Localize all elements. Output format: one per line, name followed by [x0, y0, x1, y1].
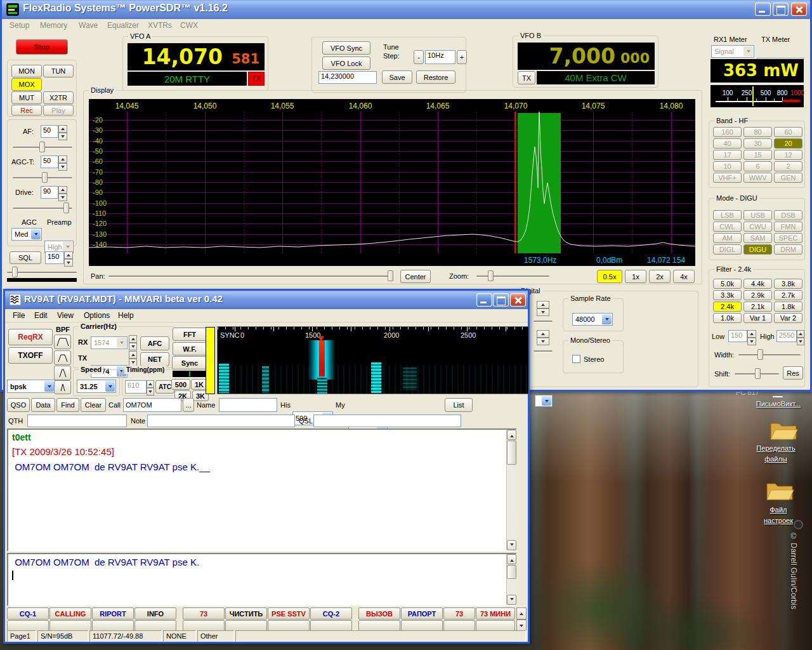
filter-24k-button[interactable]: 2.4k	[713, 302, 742, 312]
x2tr-button[interactable]: X2TR	[43, 91, 74, 104]
qth-input[interactable]	[27, 415, 127, 427]
save-button[interactable]: Save	[382, 70, 412, 84]
call-browse-button[interactable]: ...	[183, 398, 194, 412]
macro-button-call[interactable]: ВЫЗОВ	[358, 607, 400, 620]
filter-50k-button[interactable]: 5.0k	[713, 279, 742, 289]
mmvari-menu-options[interactable]: Options	[84, 311, 110, 320]
find-button[interactable]: Find	[56, 398, 79, 412]
rx1-meter-select[interactable]: Signal	[711, 45, 754, 58]
mode-usb-button[interactable]: USB	[743, 210, 772, 220]
zoom-05x-button[interactable]: 0.5x	[597, 270, 622, 283]
fft-button[interactable]: FFT	[173, 328, 207, 341]
macro-button-calling[interactable]: CALLING	[49, 607, 91, 620]
memory-frequency-field[interactable]: 14,230000	[318, 71, 377, 84]
macro-button-cq2[interactable]: CQ-2	[310, 607, 352, 620]
mode-digl-button[interactable]: DIGL	[713, 244, 742, 255]
vfob-tx-button[interactable]: TX	[518, 71, 535, 84]
restore-button[interactable]: Restore	[416, 70, 455, 84]
menu-wave[interactable]: Wave	[79, 21, 98, 30]
filter-width-slider[interactable]	[738, 354, 801, 356]
vfob-display[interactable]: 7,000 000	[518, 43, 655, 70]
af-spinner[interactable]: 50	[41, 125, 67, 138]
waterfall-display[interactable]: SYNC 0 1500 2000 2500	[217, 326, 529, 394]
close-button[interactable]	[791, 3, 807, 16]
rx-text-area[interactable]: t0ett [TX 2009/3/26 10:52:45] OM7OM OM7O…	[7, 428, 517, 552]
carrier-rx-select[interactable]: 1574	[91, 336, 128, 349]
name-input[interactable]	[219, 398, 277, 412]
mmvari-menu-view[interactable]: View	[57, 311, 74, 320]
timing-value[interactable]: 610	[125, 380, 147, 394]
band-15-button[interactable]: 15	[743, 150, 772, 160]
status-other[interactable]: Other	[197, 630, 234, 642]
mut-button[interactable]: MUT	[11, 91, 42, 104]
digital-spinner-1[interactable]	[537, 301, 549, 315]
tun-button[interactable]: TUN	[43, 65, 74, 77]
desktop-icon-label-remake2[interactable]: файлы	[741, 455, 811, 463]
filter-10k-button[interactable]: 1.0k	[713, 313, 742, 323]
filter-low-spinner[interactable]: 150	[728, 330, 756, 342]
drive-spinner[interactable]: 90	[41, 186, 67, 199]
squelch-bar[interactable]	[206, 327, 215, 394]
menu-setup[interactable]: Setup	[10, 21, 29, 30]
timing-spinner[interactable]	[147, 380, 154, 394]
txoff-button[interactable]: TXOFF	[8, 347, 53, 364]
macro-button-cq1[interactable]: CQ-1	[7, 607, 49, 620]
band-10-button[interactable]: 10	[713, 161, 742, 171]
folder-icon[interactable]	[765, 479, 794, 502]
reqrx-button[interactable]: ReqRX	[8, 329, 53, 345]
zoom-slider[interactable]	[476, 275, 549, 277]
qso-button[interactable]: QSO	[7, 398, 30, 412]
menu-cwx[interactable]: CWX	[180, 21, 198, 30]
agct-slider[interactable]	[13, 177, 72, 179]
filter-44k-button[interactable]: 4.4k	[743, 279, 772, 289]
carrier-tx-spinner[interactable]	[129, 351, 137, 366]
mode-select[interactable]: bpsk	[7, 380, 55, 393]
band-wwv-button[interactable]: WWV	[743, 173, 772, 183]
band-2-button[interactable]: 2	[774, 161, 802, 171]
macro-button-report[interactable]: РАПОРТ	[401, 607, 443, 620]
menu-xvtrs[interactable]: XVTRs	[148, 21, 172, 30]
band-40-button[interactable]: 40	[713, 138, 742, 149]
sql-slider[interactable]	[7, 272, 77, 274]
mode-spec-button[interactable]: SPEC	[774, 233, 802, 243]
filter-38k-button[interactable]: 3.8k	[774, 279, 802, 289]
mmvari-menu-file[interactable]: File	[13, 311, 25, 320]
note-input[interactable]	[147, 415, 295, 427]
filter-33k-button[interactable]: 3.3k	[713, 290, 742, 300]
menu-memory[interactable]: Memory	[40, 21, 67, 30]
pan-slider[interactable]	[108, 275, 393, 277]
band-80-button[interactable]: 80	[743, 127, 772, 137]
mode-digu-button[interactable]: DIGU	[743, 244, 772, 255]
bpf-peak-button[interactable]	[54, 380, 71, 394]
band-12-button[interactable]: 12	[774, 150, 802, 160]
tx-scrollbar[interactable]	[506, 554, 517, 605]
filter-29k-button[interactable]: 2.9k	[743, 290, 772, 300]
mon-button[interactable]: MON	[11, 65, 42, 77]
clear-button[interactable]: Clear	[81, 398, 106, 412]
digital-slider-1[interactable]	[534, 321, 553, 322]
afc-button[interactable]: AFC	[140, 336, 169, 350]
band-30-button[interactable]: 30	[743, 138, 772, 149]
stereo-checkbox[interactable]	[572, 355, 580, 363]
mmvari-menu-edit[interactable]: Edit	[34, 311, 48, 320]
speed-select[interactable]: 31.25	[77, 380, 116, 393]
sql-button[interactable]: SQL	[10, 251, 41, 264]
maximize-button[interactable]	[773, 3, 789, 16]
macro-button-clean[interactable]: ЧИСТИТЬ	[225, 607, 267, 620]
vfo-sync-button[interactable]: VFO Sync	[322, 41, 370, 55]
macro-button-riport[interactable]: RIPORT	[92, 607, 134, 620]
zoom-1x-button[interactable]: 1x	[625, 270, 646, 283]
band-vhf-button[interactable]: VHF+	[713, 173, 742, 183]
desktop-icon-label-remake[interactable]: Переделать	[741, 444, 811, 452]
band-6-button[interactable]: 6	[743, 161, 772, 171]
sample-rate-select[interactable]: 48000	[572, 313, 613, 326]
agct-spinner[interactable]: 50	[41, 156, 67, 168]
band-gen-button[interactable]: GEN	[774, 173, 802, 183]
mmvari-close-button[interactable]	[510, 293, 526, 307]
minimize-button[interactable]	[755, 3, 771, 16]
band-60-button[interactable]: 60	[774, 127, 802, 137]
band-160-button[interactable]: 160	[713, 127, 742, 137]
macro-button-73[interactable]: 73	[183, 607, 225, 620]
filter-27k-button[interactable]: 2.7k	[774, 290, 802, 300]
mode-fmn-button[interactable]: FMN	[774, 222, 802, 232]
